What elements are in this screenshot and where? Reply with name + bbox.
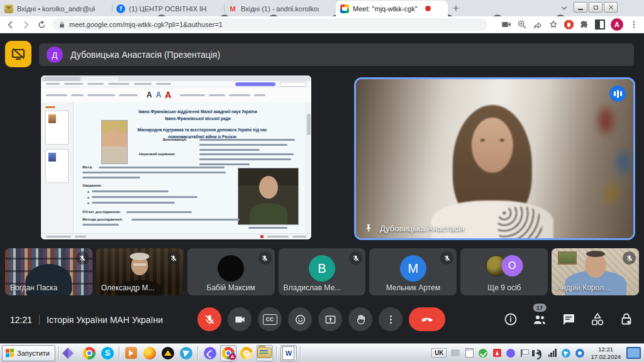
muted-mic-icon: [167, 251, 180, 265]
shared-doc-body: Івано-Франківське відділення Малої акаде…: [41, 102, 311, 234]
zoom-page-icon[interactable]: [517, 19, 527, 30]
close-tab-icon[interactable]: [435, 4, 443, 13]
tray-avg-icon[interactable]: [492, 348, 502, 358]
participant-tile[interactable]: Бабій Максим: [187, 248, 275, 295]
doc-scrollbar[interactable]: [306, 102, 311, 234]
screenshare-tile[interactable]: A A A Івано-Франківське відділення Малої…: [41, 75, 311, 239]
reactions-button[interactable]: [288, 307, 312, 331]
tray-browser-icon[interactable]: [575, 348, 585, 358]
tray-telegram-icon[interactable]: [561, 348, 571, 358]
tray-network-icon[interactable]: [547, 348, 557, 358]
taskbar-separator: [276, 346, 277, 360]
taskbar-clock[interactable]: 12:21 17.02.2024: [589, 346, 623, 360]
reload-icon[interactable]: [36, 19, 47, 30]
ukrnet-mail-favicon: [4, 4, 13, 13]
show-desktop-icon[interactable]: [626, 347, 641, 359]
participant-tile[interactable]: М Мельник Артем: [369, 248, 457, 295]
tab-meet-active[interactable]: Meet: "mjq-wtkk-cgk": [336, 1, 448, 16]
file-manager-icon[interactable]: [257, 345, 273, 361]
doc-object-label: Об'єкт дослідження:: [82, 210, 121, 214]
chrome-profile-badge: A: [229, 353, 236, 360]
tray-clipboard-icon[interactable]: [464, 348, 474, 358]
doc-goal-label: Мета:: [82, 165, 93, 169]
aimp-icon[interactable]: [160, 345, 176, 361]
meeting-details-button[interactable]: [503, 312, 518, 327]
raise-hand-button[interactable]: [348, 307, 372, 331]
participant-tile[interactable]: Богдан Паска: [5, 248, 92, 295]
host-controls-button[interactable]: [619, 312, 634, 327]
word-icon[interactable]: W: [280, 345, 297, 361]
extension-square-icon[interactable]: [595, 19, 605, 30]
camera-button[interactable]: [228, 307, 252, 331]
telegram-icon[interactable]: [178, 345, 194, 361]
tab-gmail[interactable]: M Вхідні (1) - andrii.korolko@pnu.e: [224, 1, 336, 16]
presentation-blocked-icon[interactable]: [5, 41, 31, 67]
more-options-button[interactable]: [379, 307, 402, 331]
tab-camera-in-use-icon[interactable]: [501, 19, 511, 30]
language-indicator[interactable]: UK: [431, 348, 447, 358]
speaker-face: [471, 118, 513, 173]
url-bar[interactable]: meet.google.com/mjq-wtkk-cgk?pli=1&authu…: [52, 18, 487, 31]
people-button[interactable]: 17: [532, 312, 547, 327]
speaker-name-row: Дубовицька Анастасія: [364, 223, 465, 233]
presenter-avatar: Д: [47, 47, 63, 63]
viber-icon[interactable]: [202, 345, 218, 361]
media-player-icon[interactable]: [123, 345, 140, 361]
tray-flag-icon[interactable]: [519, 348, 530, 358]
share-page-icon[interactable]: [533, 19, 543, 30]
doc-title: Міжнародна підтримка та всестороння допо…: [124, 126, 280, 140]
chrome-active-task-icon[interactable]: A: [220, 345, 236, 361]
tab-facebook[interactable]: f (1) ЦЕНТР ОСВІТНІХ ІННОВАЦІ: [112, 1, 224, 16]
tray-expand-icon[interactable]: [450, 348, 460, 358]
tray-viber-icon[interactable]: [506, 348, 516, 358]
adblock-extension-icon[interactable]: [564, 20, 574, 30]
browser-tab-strip: Вхідні • korolko_andr@ukr.net f (1) ЦЕНТ…: [0, 0, 644, 16]
captions-button[interactable]: CC: [258, 307, 282, 331]
present-button[interactable]: [318, 307, 342, 331]
participant-tile[interactable]: В Владислав Ме...: [279, 248, 366, 295]
doc-methods-label: Методи дослідження:: [82, 217, 123, 221]
participant-tile[interactable]: Олександр М...: [96, 248, 184, 295]
muted-mic-icon: [349, 251, 362, 265]
tray-volume-icon[interactable]: [533, 348, 543, 358]
https-lock-icon: [58, 21, 65, 28]
close-tab-icon[interactable]: [99, 4, 108, 13]
meeting-info: 12:21 Історія України МАН України: [10, 315, 163, 325]
speaker-name: Дубовицька Анастасія: [380, 224, 465, 233]
doc-page: Івано-Франківське відділення Малої акаде…: [74, 102, 306, 234]
end-call-button[interactable]: [409, 307, 445, 331]
close-tab-icon[interactable]: [211, 4, 219, 13]
doc-thumbnail-sidebar: [41, 102, 74, 234]
chat-button[interactable]: [561, 312, 576, 327]
skype-icon[interactable]: S: [99, 345, 116, 361]
tray-antivirus-icon[interactable]: [478, 348, 488, 358]
font-button-a1: A: [147, 91, 152, 99]
overflow-participants-tile[interactable]: О Ще 9 осіб: [460, 248, 548, 295]
profile-avatar[interactable]: A: [611, 18, 623, 31]
muted-mic-icon: [623, 251, 636, 265]
activities-button[interactable]: [590, 312, 605, 327]
bookmark-star-icon[interactable]: [548, 19, 558, 30]
kmplayer-icon[interactable]: [63, 345, 79, 361]
speaker-tile[interactable]: Дубовицька Анастасія: [354, 77, 635, 240]
close-tab-icon[interactable]: [323, 4, 331, 13]
participant-tile[interactable]: Андрій Корол...: [552, 248, 639, 295]
chrome-canary-icon[interactable]: [238, 345, 255, 361]
extensions-puzzle-icon[interactable]: [579, 19, 589, 30]
people-count-badge: 17: [533, 304, 547, 312]
overflow-avatars: О: [486, 255, 523, 277]
tab-ukrnet-mail[interactable]: Вхідні • korolko_andr@ukr.net: [0, 1, 112, 16]
back-icon[interactable]: [5, 19, 16, 30]
participant-silhouette: [585, 253, 606, 278]
participant-name: Бабій Максим: [207, 283, 255, 292]
start-button[interactable]: Запустити: [2, 345, 55, 361]
participant-avatar: [218, 255, 244, 282]
firefox-icon[interactable]: [142, 345, 158, 361]
forward-icon[interactable]: [21, 19, 31, 30]
browser-menu-icon[interactable]: [629, 19, 639, 30]
system-tray: UK 12:21 17.02.2024: [431, 346, 642, 360]
presenting-banner: Д Дубовицька Анастасія (Презентація): [39, 43, 634, 66]
slide-thumbnail: [45, 149, 69, 183]
chrome-icon[interactable]: [81, 345, 97, 361]
mic-mute-button[interactable]: [197, 307, 221, 331]
